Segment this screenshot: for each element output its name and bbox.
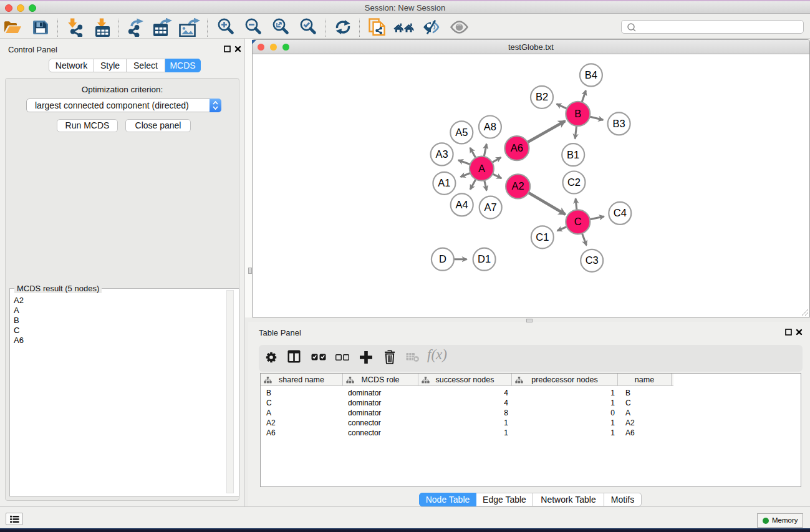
- svg-text:A8: A8: [484, 121, 496, 132]
- svg-text:C1: C1: [536, 231, 549, 243]
- svg-text:B: B: [574, 108, 581, 119]
- svg-text:C: C: [574, 216, 582, 227]
- svg-text:B2: B2: [536, 91, 548, 102]
- svg-text:A: A: [478, 163, 485, 174]
- svg-text:B3: B3: [613, 118, 625, 129]
- svg-text:A5: A5: [455, 127, 468, 138]
- svg-text:A3: A3: [436, 148, 448, 160]
- svg-text:D: D: [439, 253, 446, 264]
- svg-text:A6: A6: [511, 142, 523, 153]
- svg-text:B4: B4: [585, 69, 597, 80]
- svg-text:A7: A7: [485, 201, 497, 213]
- svg-text:A1: A1: [438, 177, 450, 188]
- svg-text:A2: A2: [512, 180, 524, 191]
- svg-text:C4: C4: [614, 207, 627, 218]
- svg-text:C2: C2: [567, 177, 581, 188]
- svg-text:B1: B1: [567, 149, 579, 160]
- svg-text:C3: C3: [586, 254, 599, 266]
- svg-text:A4: A4: [456, 199, 468, 210]
- svg-text:D1: D1: [478, 253, 491, 264]
